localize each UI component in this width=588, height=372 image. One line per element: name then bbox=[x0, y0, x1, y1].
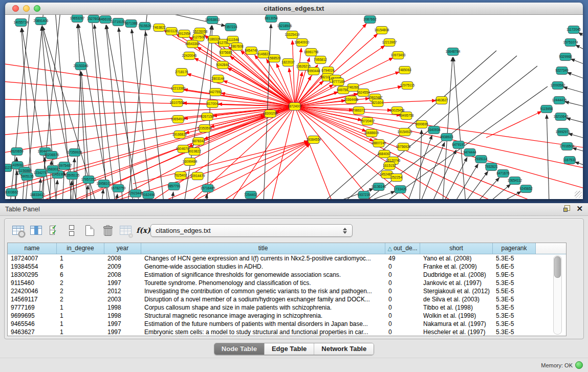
graph-node[interactable]: 13325419 bbox=[285, 31, 300, 39]
graph-node[interactable]: 20364486 bbox=[344, 96, 359, 104]
graph-node[interactable]: 12975115 bbox=[400, 82, 415, 90]
graph-node[interactable]: 2620659 bbox=[10, 148, 24, 156]
graph-node[interactable]: 12093582 bbox=[551, 82, 565, 90]
cell-short[interactable]: Wolkin et al. (1998) bbox=[420, 312, 493, 320]
table-row[interactable]: 1830029562008Estimation of significance … bbox=[8, 271, 566, 279]
table-row[interactable]: 977716911998Corpus callosum shape and si… bbox=[8, 303, 566, 312]
graph-node[interactable]: 2935114 bbox=[475, 156, 488, 163]
graph-node[interactable]: 18543362 bbox=[185, 40, 200, 48]
window-titlebar[interactable]: citations_edges.txt bbox=[5, 3, 583, 15]
cell-in_degree[interactable]: 1 bbox=[57, 254, 104, 262]
graph-edge[interactable] bbox=[567, 118, 583, 123]
tab-network-table[interactable]: Network Table bbox=[314, 343, 374, 355]
graph-node[interactable]: 9474444 bbox=[463, 149, 476, 157]
graph-node[interactable]: 9227349 bbox=[555, 67, 569, 75]
graph-node[interactable]: 22420046 bbox=[182, 52, 197, 60]
graph-edge[interactable] bbox=[102, 189, 103, 199]
cell-out_de[interactable]: 0 bbox=[385, 303, 420, 312]
column-header-in_degree[interactable]: in_degree bbox=[57, 243, 104, 254]
graph-node[interactable]: 18724007 bbox=[288, 103, 302, 111]
cell-pagerank[interactable]: 5.9E-5 bbox=[493, 271, 536, 279]
graph-node[interactable]: 9699695 bbox=[415, 121, 428, 128]
graph-node[interactable]: 9912954 bbox=[178, 30, 191, 38]
graph-node[interactable]: 9115958 bbox=[540, 105, 553, 113]
graph-node[interactable]: 14055724 bbox=[14, 19, 29, 27]
cell-title[interactable]: Embryonic stem cells: a model to study s… bbox=[141, 328, 385, 336]
graph-node[interactable]: 16756928 bbox=[396, 143, 411, 151]
graph-edge[interactable] bbox=[172, 192, 173, 199]
resize-grip-icon[interactable] bbox=[575, 191, 582, 198]
graph-node[interactable]: 20206576 bbox=[45, 151, 59, 159]
graph-node[interactable]: 16782759 bbox=[111, 185, 126, 192]
cell-in_degree[interactable]: 2 bbox=[57, 295, 104, 303]
float-panel-icon[interactable] bbox=[563, 205, 570, 212]
graph-node[interactable]: 7625402 bbox=[174, 172, 187, 180]
graph-node[interactable]: 16648784 bbox=[446, 48, 461, 56]
graph-node[interactable]: 16154808 bbox=[375, 27, 389, 34]
graph-node[interactable]: 10688609 bbox=[364, 129, 379, 137]
cell-out_de[interactable]: 0 bbox=[385, 295, 420, 303]
cell-in_degree[interactable]: 1 bbox=[57, 328, 104, 336]
cell-in_degree[interactable]: 2 bbox=[57, 279, 104, 287]
cell-out_de[interactable]: 0 bbox=[385, 328, 420, 336]
graph-node[interactable]: 9919822 bbox=[188, 148, 201, 156]
graph-edge[interactable] bbox=[569, 134, 583, 139]
graph-node[interactable]: 16210643 bbox=[554, 113, 569, 121]
graph-node[interactable]: 8938923 bbox=[440, 134, 453, 141]
cell-year[interactable]: 2008 bbox=[104, 254, 141, 262]
graph-edge[interactable] bbox=[295, 106, 537, 199]
column-header-short[interactable]: short bbox=[420, 243, 493, 254]
cell-title[interactable]: Investigating the contribution of common… bbox=[141, 287, 385, 295]
graph-node[interactable]: 9245652 bbox=[519, 185, 533, 193]
graph-node[interactable]: 252254 bbox=[391, 174, 402, 182]
graph-edge[interactable] bbox=[5, 106, 295, 171]
graph-node[interactable]: 1733426 bbox=[394, 186, 407, 193]
cell-short[interactable]: de Silva et al. (2003) bbox=[420, 295, 493, 303]
table-row[interactable]: 1938455462009Genome-wide association stu… bbox=[8, 262, 566, 271]
graph-node[interactable]: 821604 bbox=[372, 99, 383, 107]
graph-edge[interactable] bbox=[207, 26, 212, 199]
graph-node[interactable]: 15992971 bbox=[556, 128, 571, 136]
graph-node[interactable]: 10973493 bbox=[391, 52, 406, 59]
graph-edge[interactable] bbox=[276, 63, 295, 106]
cell-in_degree[interactable]: 6 bbox=[57, 271, 104, 279]
graph-node[interactable]: 16107552 bbox=[170, 99, 185, 107]
graph-node[interactable]: 15218506 bbox=[277, 23, 292, 30]
graph-node[interactable]: 9601128 bbox=[165, 28, 178, 35]
graph-node[interactable]: 5905135 bbox=[20, 173, 34, 181]
graph-edge[interactable] bbox=[91, 15, 107, 199]
graph-node[interactable]: 11172045 bbox=[567, 26, 581, 34]
graph-edge[interactable] bbox=[295, 48, 301, 106]
graph-node[interactable]: 19495758 bbox=[399, 112, 414, 120]
cell-name[interactable]: 9465546 bbox=[8, 320, 57, 328]
cell-year[interactable]: 1997 bbox=[104, 328, 141, 336]
graph-node[interactable]: 7955812 bbox=[314, 56, 327, 64]
graph-edge[interactable] bbox=[573, 148, 583, 152]
cell-pagerank[interactable]: 5.3E-5 bbox=[493, 312, 536, 320]
graph-node[interactable]: 1822037 bbox=[281, 59, 295, 67]
graph-node[interactable]: 17359928 bbox=[68, 149, 82, 157]
cell-short[interactable]: Hescheler et al. (1997) bbox=[420, 328, 493, 336]
graph-edge[interactable] bbox=[432, 150, 456, 199]
graph-edge[interactable] bbox=[571, 59, 583, 65]
cell-name[interactable]: 22420046 bbox=[8, 287, 57, 295]
graph-node[interactable]: 15751074 bbox=[563, 39, 578, 47]
graph-node[interactable]: 9777169 bbox=[332, 78, 345, 86]
cell-out_de[interactable]: 0 bbox=[385, 320, 420, 328]
graph-node[interactable]: 10654912 bbox=[171, 116, 186, 123]
graph-node[interactable]: 3624554 bbox=[357, 89, 370, 97]
cell-name[interactable]: 9777169 bbox=[8, 303, 57, 312]
graph-node[interactable]: 7986372 bbox=[352, 107, 365, 115]
cell-year[interactable]: 1998 bbox=[104, 303, 141, 312]
graph-node[interactable]: 1527602 bbox=[87, 15, 100, 23]
graph-edge[interactable] bbox=[128, 15, 147, 199]
cell-out_de[interactable]: 0 bbox=[385, 279, 420, 287]
table-row[interactable]: 946362711997Embryonic stem cells: a mode… bbox=[8, 328, 566, 336]
graph-edge[interactable] bbox=[576, 45, 583, 51]
cell-pagerank[interactable]: 5.3E-5 bbox=[493, 295, 536, 303]
cell-name[interactable]: 9463627 bbox=[8, 328, 57, 336]
graph-edge[interactable] bbox=[210, 106, 295, 127]
graph-node[interactable]: 7463822 bbox=[153, 24, 166, 32]
cell-name[interactable]: 18724007 bbox=[8, 254, 57, 262]
graph-node[interactable]: 7515526 bbox=[138, 23, 151, 30]
